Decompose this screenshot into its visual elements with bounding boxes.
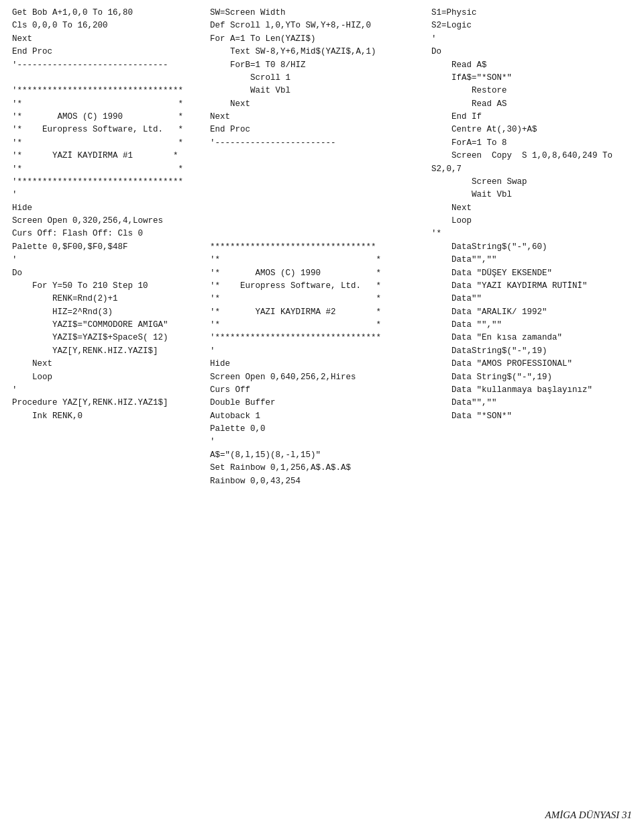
page-container: Get Bob A+1,0,0 To 16,80 Cls 0,0,0 To 16… bbox=[0, 0, 644, 833]
column-1: Get Bob A+1,0,0 To 16,80 Cls 0,0,0 To 16… bbox=[12, 7, 210, 488]
code-col3: S1=Physic S2=Logic ' Do Read A$ IfA$="*S… bbox=[431, 7, 639, 423]
footer-text: AMİGA DÜNYASI 31 bbox=[545, 810, 633, 820]
column-3: S1=Physic S2=Logic ' Do Read A$ IfA$="*S… bbox=[431, 7, 639, 488]
code-col1: Get Bob A+1,0,0 To 16,80 Cls 0,0,0 To 16… bbox=[12, 7, 203, 423]
columns-wrapper: Get Bob A+1,0,0 To 16,80 Cls 0,0,0 To 16… bbox=[12, 7, 632, 488]
code-col2: SW=Screen Width Def Scroll l,0,YTo SW,Y+… bbox=[210, 7, 425, 488]
page-footer: AMİGA DÜNYASI 31 bbox=[545, 810, 633, 821]
column-2: SW=Screen Width Def Scroll l,0,YTo SW,Y+… bbox=[210, 7, 431, 488]
